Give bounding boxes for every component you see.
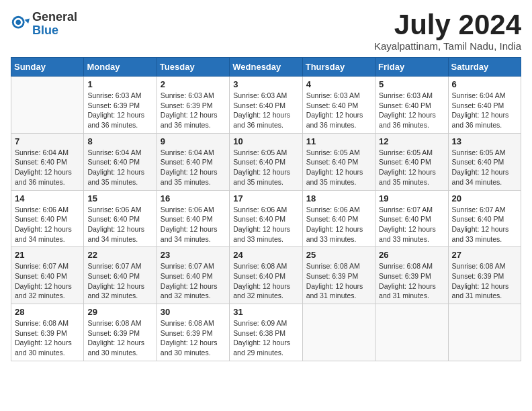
weekday-header-friday: Friday [375,58,448,77]
day-info: Sunrise: 6:06 AM Sunset: 6:40 PM Dayligh… [306,205,371,244]
calendar-cell: 16Sunrise: 6:06 AM Sunset: 6:40 PM Dayli… [157,190,229,247]
day-info: Sunrise: 6:08 AM Sunset: 6:40 PM Dayligh… [233,261,298,301]
day-number: 20 [452,193,517,203]
svg-marker-3 [25,18,30,23]
day-number: 30 [161,307,226,317]
month-title: July 2024 [374,11,521,39]
calendar-cell: 1Sunrise: 6:03 AM Sunset: 6:39 PM Daylig… [84,77,157,134]
calendar-cell: 30Sunrise: 6:08 AM Sunset: 6:39 PM Dayli… [157,304,229,361]
page-header: General Blue July 2024 Kayalpattinam, Ta… [11,11,521,52]
day-number: 18 [306,193,371,203]
calendar-week-row: 1Sunrise: 6:03 AM Sunset: 6:39 PM Daylig… [11,77,521,134]
weekday-header-monday: Monday [84,58,157,77]
day-number: 21 [15,250,80,260]
day-info: Sunrise: 6:04 AM Sunset: 6:40 PM Dayligh… [452,91,517,130]
calendar-cell: 17Sunrise: 6:06 AM Sunset: 6:40 PM Dayli… [230,190,302,247]
weekday-header-sunday: Sunday [11,58,84,77]
day-number: 14 [15,193,80,203]
calendar-cell: 9Sunrise: 6:04 AM Sunset: 6:40 PM Daylig… [157,133,229,190]
day-info: Sunrise: 6:09 AM Sunset: 6:38 PM Dayligh… [233,318,298,358]
day-info: Sunrise: 6:07 AM Sunset: 6:40 PM Dayligh… [452,205,517,244]
day-info: Sunrise: 6:03 AM Sunset: 6:40 PM Dayligh… [306,91,371,130]
calendar-week-row: 21Sunrise: 6:07 AM Sunset: 6:40 PM Dayli… [11,247,521,304]
day-info: Sunrise: 6:08 AM Sunset: 6:39 PM Dayligh… [379,261,444,301]
day-info: Sunrise: 6:05 AM Sunset: 6:40 PM Dayligh… [233,148,298,187]
day-info: Sunrise: 6:07 AM Sunset: 6:40 PM Dayligh… [15,261,80,301]
calendar-cell: 19Sunrise: 6:07 AM Sunset: 6:40 PM Dayli… [375,190,448,247]
weekday-header-saturday: Saturday [448,58,521,77]
calendar-cell [11,77,84,134]
calendar-cell: 25Sunrise: 6:08 AM Sunset: 6:39 PM Dayli… [302,247,375,304]
day-info: Sunrise: 6:05 AM Sunset: 6:40 PM Dayligh… [306,148,371,187]
calendar-cell: 6Sunrise: 6:04 AM Sunset: 6:40 PM Daylig… [448,77,521,134]
calendar-table: SundayMondayTuesdayWednesdayThursdayFrid… [11,57,521,361]
day-number: 15 [87,193,152,203]
day-number: 23 [161,250,226,260]
calendar-cell: 15Sunrise: 6:06 AM Sunset: 6:40 PM Dayli… [84,190,157,247]
day-number: 10 [233,136,298,146]
calendar-cell: 13Sunrise: 6:05 AM Sunset: 6:40 PM Dayli… [448,133,521,190]
logo-text: General Blue [32,11,77,38]
calendar-cell: 3Sunrise: 6:03 AM Sunset: 6:40 PM Daylig… [230,77,302,134]
day-number: 22 [87,250,152,260]
calendar-cell: 31Sunrise: 6:09 AM Sunset: 6:38 PM Dayli… [230,304,302,361]
calendar-cell: 20Sunrise: 6:07 AM Sunset: 6:40 PM Dayli… [448,190,521,247]
day-info: Sunrise: 6:06 AM Sunset: 6:40 PM Dayligh… [233,205,298,244]
weekday-header-tuesday: Tuesday [157,58,229,77]
calendar-cell: 8Sunrise: 6:04 AM Sunset: 6:40 PM Daylig… [84,133,157,190]
day-info: Sunrise: 6:08 AM Sunset: 6:39 PM Dayligh… [306,261,371,301]
day-number: 28 [15,307,80,317]
day-info: Sunrise: 6:04 AM Sunset: 6:40 PM Dayligh… [87,148,152,187]
weekday-header-wednesday: Wednesday [230,58,302,77]
day-info: Sunrise: 6:03 AM Sunset: 6:40 PM Dayligh… [233,91,298,130]
calendar-cell: 21Sunrise: 6:07 AM Sunset: 6:40 PM Dayli… [11,247,84,304]
calendar-cell: 23Sunrise: 6:07 AM Sunset: 6:40 PM Dayli… [157,247,229,304]
day-number: 19 [379,193,444,203]
day-number: 29 [87,307,152,317]
logo-general: General [32,11,77,24]
day-info: Sunrise: 6:03 AM Sunset: 6:39 PM Dayligh… [87,91,152,130]
day-info: Sunrise: 6:06 AM Sunset: 6:40 PM Dayligh… [87,205,152,244]
calendar-cell: 10Sunrise: 6:05 AM Sunset: 6:40 PM Dayli… [230,133,302,190]
day-number: 11 [306,136,371,146]
day-number: 16 [161,193,226,203]
day-info: Sunrise: 6:08 AM Sunset: 6:39 PM Dayligh… [87,318,152,358]
day-info: Sunrise: 6:05 AM Sunset: 6:40 PM Dayligh… [452,148,517,187]
day-number: 9 [161,136,226,146]
calendar-cell: 7Sunrise: 6:04 AM Sunset: 6:40 PM Daylig… [11,133,84,190]
calendar-cell: 14Sunrise: 6:06 AM Sunset: 6:40 PM Dayli… [11,190,84,247]
day-number: 7 [15,136,80,146]
calendar-cell: 27Sunrise: 6:08 AM Sunset: 6:39 PM Dayli… [448,247,521,304]
calendar-cell: 2Sunrise: 6:03 AM Sunset: 6:39 PM Daylig… [157,77,229,134]
calendar-cell: 26Sunrise: 6:08 AM Sunset: 6:39 PM Dayli… [375,247,448,304]
day-info: Sunrise: 6:03 AM Sunset: 6:40 PM Dayligh… [379,91,444,130]
calendar-cell: 28Sunrise: 6:08 AM Sunset: 6:39 PM Dayli… [11,304,84,361]
day-number: 31 [233,307,298,317]
title-block: July 2024 Kayalpattinam, Tamil Nadu, Ind… [374,11,521,52]
calendar-cell [448,304,521,361]
day-number: 6 [452,79,517,89]
day-number: 1 [87,79,152,89]
calendar-cell [375,304,448,361]
day-number: 5 [379,79,444,89]
day-number: 12 [379,136,444,146]
day-info: Sunrise: 6:08 AM Sunset: 6:39 PM Dayligh… [15,318,80,358]
day-info: Sunrise: 6:04 AM Sunset: 6:40 PM Dayligh… [15,148,80,187]
day-info: Sunrise: 6:07 AM Sunset: 6:40 PM Dayligh… [87,261,152,301]
calendar-cell: 22Sunrise: 6:07 AM Sunset: 6:40 PM Dayli… [84,247,157,304]
day-info: Sunrise: 6:03 AM Sunset: 6:39 PM Dayligh… [161,91,226,130]
calendar-week-row: 28Sunrise: 6:08 AM Sunset: 6:39 PM Dayli… [11,304,521,361]
day-number: 24 [233,250,298,260]
calendar-cell [302,304,375,361]
calendar-week-row: 7Sunrise: 6:04 AM Sunset: 6:40 PM Daylig… [11,133,521,190]
calendar-week-row: 14Sunrise: 6:06 AM Sunset: 6:40 PM Dayli… [11,190,521,247]
day-number: 17 [233,193,298,203]
location-subtitle: Kayalpattinam, Tamil Nadu, India [374,40,521,52]
day-number: 8 [87,136,152,146]
calendar-cell: 18Sunrise: 6:06 AM Sunset: 6:40 PM Dayli… [302,190,375,247]
day-number: 25 [306,250,371,260]
weekday-header-row: SundayMondayTuesdayWednesdayThursdayFrid… [11,58,521,77]
day-info: Sunrise: 6:05 AM Sunset: 6:40 PM Dayligh… [379,148,444,187]
day-info: Sunrise: 6:04 AM Sunset: 6:40 PM Dayligh… [161,148,226,187]
calendar-cell: 12Sunrise: 6:05 AM Sunset: 6:40 PM Dayli… [375,133,448,190]
